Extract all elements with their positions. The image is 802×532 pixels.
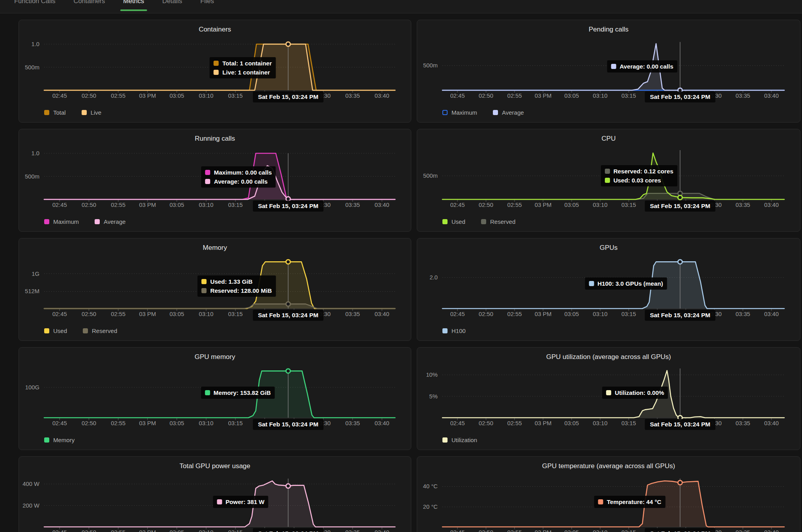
chart-card: Running calls 1.0500m 02:4502:5002:5503 … xyxy=(19,129,411,232)
y-axis-tick-label: 2.0 xyxy=(417,273,438,281)
legend-label: Maximum xyxy=(451,109,477,116)
y-axis-labels: 1G512M xyxy=(19,255,41,309)
x-axis-tick-label: 02:45 xyxy=(450,420,465,426)
x-axis-tick-label: 03 PM xyxy=(535,420,552,426)
tab-metrics[interactable]: Metrics xyxy=(123,0,144,13)
x-axis-tick-label: 03 PM xyxy=(535,202,552,208)
x-axis-tick-label: 03:15 xyxy=(228,93,243,99)
legend-color-swatch-icon xyxy=(481,219,486,224)
chart-plot-area[interactable]: 2.0 02:4502:5002:5503 PM03:0503:1003:150… xyxy=(417,255,800,323)
tooltip-text: Used: 0.03 cores xyxy=(614,177,661,184)
x-axis-tick-label: 02:55 xyxy=(111,311,125,317)
y-axis-tick-label: 5% xyxy=(417,392,438,400)
x-axis-tick-label: 02:50 xyxy=(82,202,96,208)
series-tooltip: Maximum: 0.00 callsAverage: 0.00 calls xyxy=(201,166,276,188)
series-tooltip: Used: 1.33 GiBReserved: 128.00 MiB xyxy=(198,275,276,297)
x-axis-tick-label: 03:40 xyxy=(375,420,389,426)
x-axis-tick-label: 02:50 xyxy=(82,529,96,532)
legend-item-reserved[interactable]: Reserved xyxy=(481,218,515,225)
x-axis-tick-label: 03:10 xyxy=(199,529,213,532)
legend-color-swatch-icon xyxy=(44,110,49,115)
legend-label: Maximum xyxy=(53,218,79,225)
legend-item-memory[interactable]: Memory xyxy=(44,437,75,443)
chart-plot-area[interactable]: 40 °C20 °C 02:4502:5002:5503 PM03:0503:1… xyxy=(417,473,800,532)
chart-card: CPU 500m 02:4502:5002:5503 PM03:0503:100… xyxy=(417,129,800,232)
x-axis-tick-label: 03:35 xyxy=(736,93,750,99)
x-axis-tick-label: 02:45 xyxy=(52,420,67,426)
series-tooltip: Utilization: 0.00% xyxy=(602,387,668,399)
x-axis-tick-label: 03 PM xyxy=(139,420,156,426)
legend-item-reserved[interactable]: Reserved xyxy=(83,327,117,334)
legend-label: Reserved xyxy=(490,218,515,225)
tooltip-row: Reserved: 0.12 cores xyxy=(605,168,673,175)
legend-color-swatch-icon xyxy=(44,437,49,443)
x-axis-tick-label: 03:15 xyxy=(228,311,243,317)
chart-plot-area[interactable]: 400 W200 W 02:4502:5002:5503 PM03:0503:1… xyxy=(19,473,411,532)
x-axis-tick-label: 03 PM xyxy=(535,93,552,99)
x-axis-tick-label: 02:55 xyxy=(111,529,125,532)
legend-item-utilization[interactable]: Utilization xyxy=(442,437,477,443)
chart-title: Containers xyxy=(19,25,411,34)
chart-plot-area[interactable]: 1.0500m 02:4502:5002:5503 PM03:0503:1003… xyxy=(19,146,411,214)
chart-title: Memory xyxy=(19,243,411,253)
x-axis-tick-label: 03:40 xyxy=(764,420,779,426)
legend-color-swatch-icon xyxy=(442,328,448,333)
chart-plot-area[interactable]: 1G512M 02:4502:5002:5503 PM03:0503:1003:… xyxy=(19,255,411,323)
tab-files[interactable]: Files xyxy=(200,0,214,13)
y-axis-labels: 1.0500m xyxy=(19,37,41,90)
x-axis-tick-label: 03:35 xyxy=(736,420,750,426)
chart-title: Total GPU power usage xyxy=(19,461,411,471)
y-axis-labels: 1.0500m xyxy=(19,146,41,199)
y-axis-labels: 10%5% xyxy=(417,364,439,418)
legend-item-h100[interactable]: H100 xyxy=(442,327,466,334)
x-axis-tick-label: 03:40 xyxy=(764,202,779,208)
y-axis-tick-label: 20 °C xyxy=(417,503,438,511)
chart-card: GPU temperature (average across all GPUs… xyxy=(417,456,800,532)
chart-plot-area[interactable]: 100G 02:4502:5002:5503 PM03:0503:1003:15… xyxy=(19,364,411,432)
y-axis-tick-label: 200 W xyxy=(19,502,39,510)
legend-item-average[interactable]: Average xyxy=(493,109,524,116)
x-axis-tick-label: 03:35 xyxy=(345,529,360,532)
time-tooltip: Sat Feb 15, 03:24 PM xyxy=(253,310,323,321)
x-axis-tick-label: 02:50 xyxy=(479,529,493,532)
x-axis-tick-label: 03:15 xyxy=(621,311,636,317)
x-axis-tick-label: 02:50 xyxy=(479,93,493,99)
x-axis-tick-label: 03:05 xyxy=(170,202,184,208)
x-axis-tick-label: 02:45 xyxy=(450,202,465,208)
legend-item-used[interactable]: Used xyxy=(442,218,465,225)
tab-containers[interactable]: Containers xyxy=(74,0,105,13)
legend-item-total[interactable]: Total xyxy=(44,109,66,116)
legend-item-maximum[interactable]: Maximum xyxy=(442,109,477,116)
x-axis-tick-label: 03:35 xyxy=(736,529,750,532)
x-axis-tick-label: 03:35 xyxy=(736,202,750,208)
legend-label: Total xyxy=(53,109,66,116)
legend-item-average[interactable]: Average xyxy=(95,218,126,225)
time-tooltip: Sat Feb 15, 03:24 PM xyxy=(645,91,715,102)
chart-plot-area[interactable]: 1.0500m 02:4502:5002:5503 PM03:0503:1003… xyxy=(19,37,411,104)
tooltip-text: Temperature: 44 °C xyxy=(607,499,661,505)
legend-item-maximum[interactable]: Maximum xyxy=(44,218,79,225)
y-axis-tick-label: 400 W xyxy=(19,480,39,488)
legend-color-swatch-icon xyxy=(442,437,448,443)
legend-item-live[interactable]: Live xyxy=(82,109,102,116)
x-axis-tick-label: 03 PM xyxy=(139,529,156,532)
legend-item-used[interactable]: Used xyxy=(44,327,67,334)
tab-details[interactable]: Details xyxy=(162,0,182,13)
x-axis-tick-label: 03:15 xyxy=(228,202,243,208)
x-axis-tick-label: 03:35 xyxy=(345,202,360,208)
x-axis-tick-label: 02:55 xyxy=(507,529,522,532)
chart-plot-area[interactable]: 10%5% 02:4502:5002:5503 PM03:0503:1003:1… xyxy=(417,364,800,432)
x-axis-tick-label: 03:35 xyxy=(736,311,750,317)
tab-function-calls[interactable]: Function Calls xyxy=(14,0,56,13)
x-axis-tick-label: 03:05 xyxy=(170,311,184,317)
series-color-swatch-icon xyxy=(589,281,594,286)
x-axis-labels: 02:4502:5002:5503 PM03:0503:1003:1503:20… xyxy=(19,202,411,211)
x-axis-labels: 02:4502:5002:5503 PM03:0503:1003:1503:20… xyxy=(19,420,411,430)
series-tooltip: Temperature: 44 °C xyxy=(594,496,665,508)
x-axis-tick-label: 02:55 xyxy=(111,202,125,208)
chart-plot-area[interactable]: 500m 02:4502:5002:5503 PM03:0503:1003:15… xyxy=(417,146,800,214)
series-color-swatch-icon xyxy=(598,499,603,504)
x-axis-tick-label: 02:55 xyxy=(507,202,522,208)
time-tooltip: Sat Feb 15, 03:24 PM xyxy=(253,528,323,532)
chart-plot-area[interactable]: 500m 02:4502:5002:5503 PM03:0503:1003:15… xyxy=(417,37,800,104)
